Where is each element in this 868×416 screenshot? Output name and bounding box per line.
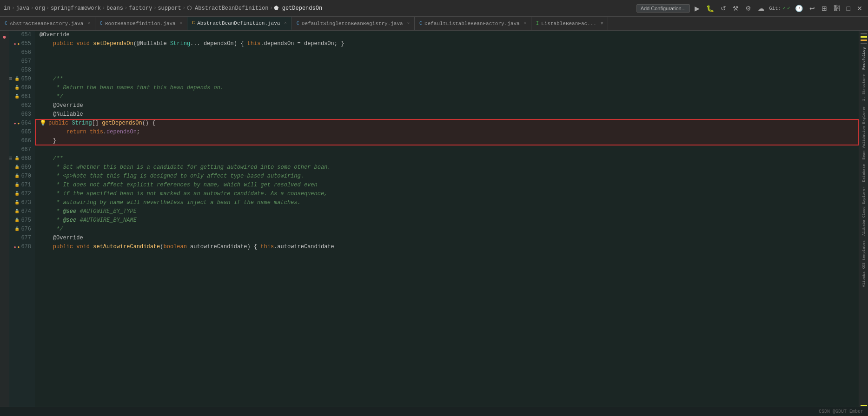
linenum-671: 🔒671	[11, 181, 31, 190]
tab-icon: C	[5, 21, 7, 26]
error-dot: ●	[14, 40, 16, 48]
code-line-663: @Nullable	[35, 110, 859, 119]
right-panel-restfullog[interactable]: RestfulLog	[861, 46, 867, 72]
tab-label: DefaultSingletonBeanRegistry.java	[302, 21, 403, 26]
build-button[interactable]: ⚒	[731, 4, 741, 13]
line-numbers: 654 ● ● 655 656 657 658 ≡🔒659 🔒660 🔒661 …	[9, 31, 35, 407]
code-line-674: * @see #AUTOWIRE_BY_TYPE	[35, 207, 859, 216]
bulb-icon: 💡	[40, 119, 46, 128]
debug-button[interactable]: 🐛	[704, 4, 716, 13]
right-panel-structure[interactable]: 1. Structure	[861, 73, 867, 103]
code-line-661: */	[35, 92, 859, 101]
linenum-674: 🔒674	[11, 207, 31, 216]
linenum-657: 657	[11, 57, 31, 66]
scroll-indicator-yellow	[861, 36, 867, 38]
tab-close-icon[interactable]: ▼	[601, 21, 603, 26]
reload-button[interactable]: ↺	[719, 4, 728, 13]
tab-close-icon[interactable]: ×	[284, 21, 286, 26]
right-panel-alibaba-cloud[interactable]: Alibaba Cloud Explorer	[861, 185, 867, 238]
breadcrumb-factory[interactable]: factory	[129, 5, 152, 12]
code-line-660: * Return the bean names that this bean d…	[35, 84, 859, 92]
linenum-672: 🔒672	[11, 190, 31, 198]
linenum-656: 656	[11, 48, 31, 57]
right-panel-database[interactable]: Database	[861, 162, 867, 184]
linenum-664: ● ● 664	[11, 119, 31, 128]
git-check-icon2: ✓	[787, 5, 790, 11]
scroll-bar-top	[861, 33, 867, 34]
right-panel-beanvalidation[interactable]: Bean Validation Explorer	[861, 104, 867, 161]
tab-defaultsingletonbeanregistry[interactable]: C DefaultSingletonBeanRegistry.java ×	[292, 17, 415, 30]
linenum-658: 658	[11, 66, 31, 75]
tab-close-icon[interactable]: ×	[87, 21, 90, 26]
code-editor[interactable]: @Override public void setDependsOn(@Null…	[35, 31, 859, 407]
tab-abstractbeandefinition[interactable]: C AbstractBeanDefinition.java ×	[187, 17, 292, 30]
add-configuration-button[interactable]: Add Configuration...	[636, 4, 690, 13]
code-line-655: public void setDependsOn(@Nullable Strin…	[35, 40, 859, 48]
breadcrumb-support[interactable]: support	[158, 5, 181, 12]
right-panel: RestfulLog 1. Structure Bean Validation …	[859, 31, 868, 407]
code-line-657	[35, 57, 859, 66]
tab-label: AbstractBeanFactory.java	[10, 21, 83, 26]
code-line-662: @Override	[35, 101, 859, 110]
close-button[interactable]: ✕	[855, 4, 864, 13]
error-dot: ●	[14, 243, 16, 251]
tab-close-icon[interactable]: ×	[524, 21, 526, 26]
code-line-678: public void setAutowireCandidate(boolean…	[35, 243, 859, 251]
scroll-bar-mid	[861, 43, 867, 44]
window-button[interactable]: ⊞	[820, 4, 829, 13]
linenum-662: 662	[11, 101, 31, 110]
code-line-677: @Override	[35, 234, 859, 243]
tab-icon: C	[192, 20, 195, 26]
tab-close-icon[interactable]: ×	[407, 21, 410, 26]
settings-button[interactable]: ⚙	[743, 4, 753, 13]
warning-dot: ●	[18, 119, 20, 128]
scroll-indicator-bottom-yellow	[861, 405, 867, 406]
translate-button[interactable]: 翻	[832, 3, 842, 13]
tab-defaultlistablebean[interactable]: C DefaultListableBeanFactory.java ×	[415, 17, 531, 30]
run-button[interactable]: ▶	[693, 4, 702, 13]
attribution-text: CSDN @GDUT_Ember	[819, 409, 863, 414]
code-line-656	[35, 48, 859, 57]
linenum-659: ≡🔒659	[11, 75, 31, 84]
linenum-660: 🔒660	[11, 84, 31, 92]
git-label: Git:	[769, 6, 781, 11]
linenum-661: 🔒661	[11, 92, 31, 101]
content-area: ● 654 ● ● 655 656 657 658 ≡🔒659 🔒660 🔒66…	[0, 31, 868, 407]
bottom-bar: CSDN @GDUT_Ember	[0, 407, 868, 416]
code-line-667	[35, 145, 859, 154]
cloud-button[interactable]: ☁	[756, 4, 766, 13]
maximize-button[interactable]: □	[845, 4, 852, 13]
tab-icon: C	[297, 21, 299, 26]
code-line-664: 💡 public String[] getDependsOn() {	[35, 119, 859, 128]
tab-listablebean[interactable]: I ListableBeanFac... ▼	[531, 17, 608, 30]
linenum-666: 666	[11, 137, 31, 145]
code-line-669: * Set whether this bean is a candidate f…	[35, 163, 859, 172]
undo-button[interactable]: ↩	[808, 4, 817, 13]
tab-close-icon[interactable]: ×	[180, 21, 182, 26]
breadcrumb-springframework[interactable]: springframework	[51, 5, 101, 12]
code-line-670: * <p>Note that this flag is designed to …	[35, 172, 859, 181]
tab-abstractbeanfactory[interactable]: C AbstractBeanFactory.java ×	[0, 17, 95, 30]
history-button[interactable]: 🕐	[793, 4, 805, 13]
tab-icon: C	[419, 21, 422, 26]
right-panel-alibaba-kos[interactable]: Alibaba KOS templates	[861, 238, 867, 289]
file-tabs: C AbstractBeanFactory.java × C RootBeanD…	[0, 17, 868, 31]
breadcrumb: in › java › org › springframework › bean…	[4, 5, 322, 12]
breadcrumb-beans[interactable]: beans	[106, 5, 123, 12]
tab-rootbeandefinition[interactable]: C RootBeanDefinition.java ×	[95, 17, 187, 30]
breadcrumb-getdependson[interactable]: ⬟ getDependsOn	[274, 5, 322, 12]
git-indicator: Git: ✓ ✓	[769, 5, 790, 11]
breadcrumb-abstractbeandefinition[interactable]: ⬡ AbstractBeanDefinition	[187, 5, 269, 12]
code-line-654: @Override	[35, 31, 859, 40]
linenum-678: ● ● 678	[11, 243, 31, 251]
toolbar-right: Add Configuration... ▶ 🐛 ↺ ⚒ ⚙ ☁ Git: ✓ …	[636, 3, 864, 13]
left-panel: ●	[0, 31, 9, 407]
breadcrumb-org[interactable]: org	[35, 5, 45, 12]
linenum-675: 🔒675	[11, 216, 31, 225]
code-line-675: * @see #AUTOWIRE_BY_NAME	[35, 216, 859, 225]
linenum-673: 🔒673	[11, 198, 31, 207]
left-panel-icon-1[interactable]: ●	[1, 33, 7, 42]
linenum-670: 🔒670	[11, 172, 31, 181]
breadcrumb-java[interactable]: java	[16, 5, 29, 12]
linenum-667: 667	[11, 145, 31, 154]
